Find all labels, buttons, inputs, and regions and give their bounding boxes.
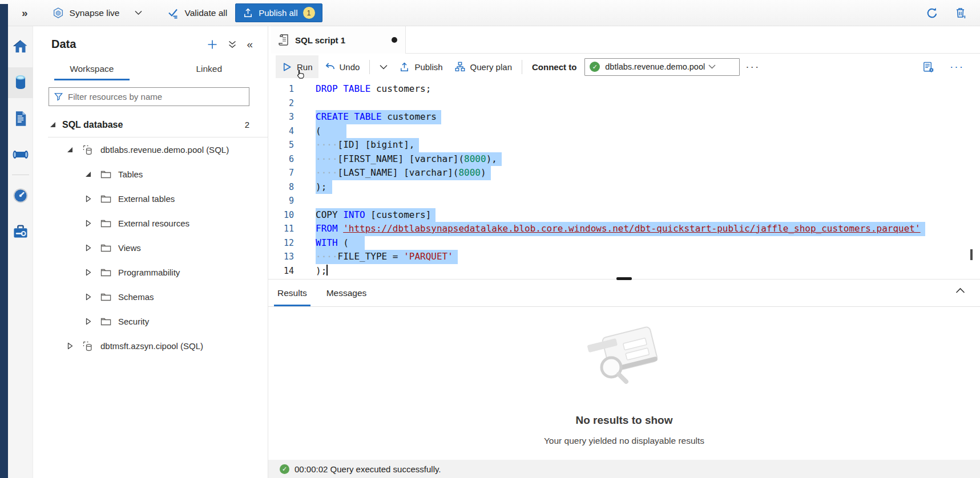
tabstrip-empty-space (406, 26, 980, 54)
nav-integrate[interactable] (8, 139, 33, 170)
tree-item-external-tables[interactable]: External tables (33, 187, 268, 211)
tree-item-dbtlabs-revenue-demo-pool-sql-[interactable]: dbtlabs.revenue.demo.pool (SQL) (33, 137, 268, 162)
empty-results-subtitle: Your query yielded no displayable result… (544, 436, 704, 446)
collapse-results-icon[interactable] (955, 287, 965, 294)
tree-item-external-resources[interactable]: External resources (33, 211, 268, 236)
line-number: 11 (268, 222, 294, 236)
nav-data[interactable] (8, 67, 33, 98)
manage-icon (12, 224, 29, 240)
tab-results[interactable]: Results (274, 279, 310, 306)
nav-monitor[interactable] (8, 180, 33, 211)
publish-all-label: Publish all (259, 8, 297, 18)
branch-selector[interactable]: Synapse live (52, 7, 143, 19)
collapse-panel-icon[interactable]: « (247, 39, 253, 50)
sql-pool-icon (82, 341, 94, 351)
tree-collapsed-icon[interactable] (67, 342, 75, 350)
nav-home[interactable] (8, 31, 33, 62)
line-number: 8 (268, 180, 294, 195)
tree-collapsed-icon[interactable] (86, 244, 94, 252)
filter-resources-input[interactable] (68, 92, 244, 102)
refresh-icon[interactable] (925, 6, 939, 20)
tree-item-dbtmsft-azsyn-cipool-sql-[interactable]: dbtmsft.azsyn.cipool (SQL) (33, 334, 268, 358)
code-line-13[interactable]: 13····FILE_TYPE = 'PARQUET' (268, 250, 980, 264)
run-options-chevron[interactable] (374, 55, 393, 78)
code-line-14[interactable]: 14); (268, 264, 980, 278)
success-check-icon: ✓ (280, 464, 289, 474)
tree-collapsed-icon[interactable] (86, 220, 94, 227)
code-line-2[interactable]: 2 (268, 96, 980, 111)
properties-icon[interactable] (922, 60, 935, 74)
tree-collapsed-icon[interactable] (86, 318, 94, 325)
validate-all-button[interactable]: Validate all (167, 7, 227, 19)
results-tabbar: Results Messages (268, 279, 980, 307)
tree-item-tables[interactable]: Tables (33, 162, 268, 187)
tree-collapsed-icon[interactable] (86, 195, 94, 202)
document-tabstrip: SQL script 1 (268, 26, 980, 54)
folder-icon (100, 195, 111, 203)
line-number: 14 (268, 264, 294, 278)
data-icon (13, 74, 29, 91)
tree-item-label: External resources (118, 218, 189, 228)
text-cursor (326, 265, 328, 276)
connection-name: dbtlabs.revenue.demo.pool (605, 62, 705, 71)
publish-button[interactable]: Publish (393, 55, 448, 78)
more-actions-icon[interactable]: ··· (740, 60, 765, 73)
synapse-logo-icon (52, 7, 64, 19)
tree-item-schemas[interactable]: Schemas (33, 285, 268, 309)
tab-messages[interactable]: Messages (323, 279, 370, 306)
tree-collapsed-icon[interactable] (86, 269, 94, 276)
data-panel: Data « Workspace Linked (33, 26, 268, 478)
synapse-studio-window: » Synapse live Validate all Publish all … (0, 0, 980, 478)
tab-linked[interactable]: Linked (151, 59, 268, 80)
undo-button[interactable]: Undo (318, 55, 366, 78)
tree-item-security[interactable]: Security (33, 309, 268, 334)
line-number: 4 (268, 124, 294, 139)
sql-code-editor[interactable]: 1DROP TABLE customers;23CREATE TABLE cus… (268, 80, 980, 279)
code-line-3[interactable]: 3CREATE TABLE customers (268, 110, 980, 124)
code-line-12[interactable]: 12WITH ( (268, 236, 980, 250)
tree-root-sql-database[interactable]: SQL database 2 (33, 112, 268, 137)
no-results-illustration (582, 317, 667, 397)
tree-item-label: Security (118, 317, 149, 326)
add-icon[interactable] (207, 39, 218, 50)
tab-sql-script-1[interactable]: SQL script 1 (271, 26, 406, 54)
code-line-6[interactable]: 6····[FIRST_NAME] [varchar](8000), (268, 152, 980, 167)
more-toolbar-icon[interactable]: ··· (944, 60, 970, 73)
connection-dropdown[interactable]: ✓ dbtlabs.revenue.demo.pool (584, 58, 740, 76)
editor-vertical-scrollbar[interactable] (970, 249, 973, 260)
code-line-11[interactable]: 11FROM 'https://dbtlabsynapsedatalake.bl… (268, 222, 980, 236)
code-line-5[interactable]: 5····[ID] [bigint], (268, 138, 980, 152)
expand-panel-icon[interactable]: » (22, 7, 28, 19)
develop-icon (13, 110, 29, 127)
tree-root-count: 2 (245, 120, 249, 129)
nav-manage[interactable] (8, 216, 33, 247)
publish-count-badge: 1 (303, 7, 315, 19)
nav-develop[interactable] (8, 103, 33, 134)
tree-expanded-icon[interactable] (67, 147, 75, 152)
code-line-7[interactable]: 7····[LAST_NAME] [varchar](8000) (268, 166, 980, 180)
tree-item-label: Schemas (118, 292, 154, 302)
line-number: 13 (268, 250, 294, 264)
mode-label: Synapse live (70, 8, 120, 18)
code-line-10[interactable]: 10COPY INTO [customers] (268, 208, 980, 222)
results-panel: Results Messages (268, 279, 980, 478)
code-line-1[interactable]: 1DROP TABLE customers; (268, 82, 980, 96)
tree-item-views[interactable]: Views (33, 236, 268, 260)
tree-expanded-icon[interactable] (86, 172, 94, 177)
code-line-9[interactable]: 9 (268, 194, 980, 208)
code-line-4[interactable]: 4( (268, 124, 980, 139)
tree-collapsed-icon[interactable] (86, 293, 94, 301)
discard-icon[interactable] (954, 6, 967, 20)
code-line-8[interactable]: 8); (268, 180, 980, 195)
tree-expanded-icon[interactable] (50, 122, 55, 127)
unsaved-indicator-dot (392, 37, 397, 43)
folder-icon (100, 244, 111, 252)
tree-root-label: SQL database (62, 120, 123, 130)
editor-area: SQL script 1 Run (268, 26, 980, 478)
tree-item-label: dbtmsft.azsyn.cipool (SQL) (100, 341, 203, 351)
tab-workspace[interactable]: Workspace (33, 59, 151, 80)
query-plan-button[interactable]: Query plan (449, 55, 518, 78)
collapse-all-icon[interactable] (228, 40, 237, 49)
tree-item-programmability[interactable]: Programmability (33, 260, 268, 285)
publish-all-button[interactable]: Publish all 1 (235, 3, 322, 22)
